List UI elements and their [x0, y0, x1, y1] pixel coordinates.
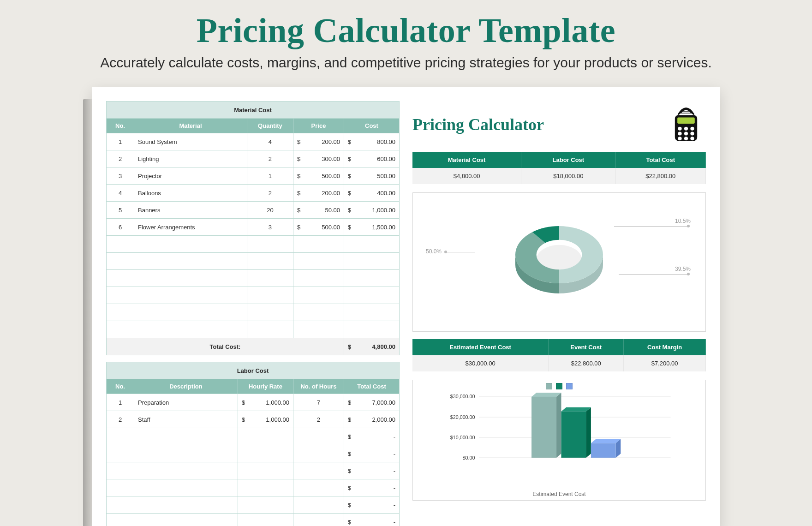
cell-no: 2: [107, 411, 134, 428]
cell-no: 2: [107, 150, 134, 167]
cell-price: $500.00: [293, 167, 344, 185]
cell-rate: $1,000.00: [238, 394, 293, 411]
svg-marker-22: [531, 393, 561, 397]
svg-point-10: [690, 137, 694, 140]
svg-point-6: [684, 132, 688, 135]
cell-material: Banners: [134, 202, 247, 219]
cell-cost: $800.00: [344, 133, 399, 150]
svg-rect-29: [591, 443, 616, 458]
cell-cost: $1,500.00: [344, 219, 399, 236]
svg-rect-1: [677, 118, 695, 124]
cell-cost: $600.00: [344, 150, 399, 167]
svg-marker-25: [561, 407, 591, 412]
kpi1-v-b: $18,000.00: [521, 168, 615, 184]
hero: Pricing Calculator Template Accurately c…: [0, 0, 812, 75]
cell-hours: 7: [293, 394, 344, 411]
labor-title: Labor Cost: [107, 362, 400, 379]
cell-no: 3: [107, 167, 134, 185]
kpi2-v-c: $7,200.00: [624, 355, 706, 371]
cell-qty: 3: [247, 219, 293, 236]
kpi1-h-b: Labor Cost: [521, 152, 615, 168]
col-material: Material: [134, 119, 247, 133]
brand-title: Pricing Calculator: [412, 115, 544, 134]
cell-no: 6: [107, 219, 134, 236]
cell-price: $200.00: [293, 133, 344, 150]
donut-chart: 50.0% 10.5% 39.5%: [412, 192, 706, 332]
table-row: 5Banners20$50.00$1,000.00: [107, 202, 400, 219]
cell-desc: Preparation: [134, 394, 238, 411]
table-row: 2Lighting2$300.00$600.00: [107, 150, 400, 167]
table-row: [107, 287, 400, 304]
table-row: [107, 236, 400, 253]
svg-text:$20,000.00: $20,000.00: [450, 414, 475, 420]
kpi2-h-c: Cost Margin: [624, 339, 706, 355]
table-row: 4Balloons2$200.00$400.00: [107, 185, 400, 202]
cell-desc: Staff: [134, 411, 238, 428]
cell-qty: 2: [247, 150, 293, 167]
donut-label-tr: 10.5%: [675, 218, 691, 224]
table-row: 3Projector1$500.00$500.00: [107, 167, 400, 185]
cell-total: $-: [344, 479, 399, 496]
svg-point-3: [684, 127, 688, 131]
cell-price: $300.00: [293, 150, 344, 167]
table-row: 1Sound System4$200.00$800.00: [107, 133, 400, 150]
cell-material: Flower Arrangements: [134, 219, 247, 236]
cell-material: Balloons: [134, 185, 247, 202]
kpi1-h-c: Total Cost: [615, 152, 705, 168]
kpi-event-summary: Estimated Event Cost Event Cost Cost Mar…: [412, 339, 706, 371]
svg-marker-24: [586, 407, 591, 458]
svg-marker-28: [591, 439, 621, 443]
table-row: $-: [107, 445, 400, 462]
svg-point-4: [690, 127, 694, 131]
kpi-cost-summary: Material Cost Labor Cost Total Cost $4,8…: [412, 152, 706, 184]
cell-material: Lighting: [134, 150, 247, 167]
col-qty: Quantity: [247, 119, 293, 133]
right-column: Pricing Calculator: [412, 101, 706, 526]
table-row: 6Flower Arrangements3$500.00$1,500.00: [107, 219, 400, 236]
table-row: [107, 321, 400, 338]
svg-point-8: [678, 137, 682, 140]
kpi2-h-b: Event Cost: [549, 339, 624, 355]
col-no: No.: [107, 119, 134, 133]
cell-price: $50.00: [293, 202, 344, 219]
table-row: [107, 304, 400, 321]
svg-point-9: [684, 137, 688, 140]
col-price: Price: [293, 119, 344, 133]
table-row: 1Preparation$1,000.007$7,000.00: [107, 394, 400, 411]
cell-qty: 1: [247, 167, 293, 185]
svg-marker-21: [556, 393, 561, 458]
svg-rect-23: [531, 397, 556, 458]
cell-cost: $400.00: [344, 185, 399, 202]
cell-qty: 20: [247, 202, 293, 219]
table-row: $-: [107, 462, 400, 479]
svg-rect-26: [561, 412, 586, 458]
cell-qty: 2: [247, 185, 293, 202]
cell-material: Sound System: [134, 133, 247, 150]
page-subtitle: Accurately calculate costs, margins, and…: [18, 55, 794, 71]
col-no: No.: [107, 379, 134, 394]
cell-total: $-: [344, 514, 399, 526]
table-row: 2Staff$1,000.002$2,000.00: [107, 411, 400, 428]
kpi2-h-a: Estimated Event Cost: [412, 339, 549, 355]
cell-cost: $1,000.00: [344, 202, 399, 219]
material-total-label: Total Cost:: [107, 338, 344, 355]
sheet: Material Cost No. Material Quantity Pric…: [92, 87, 720, 526]
cell-no: 5: [107, 202, 134, 219]
table-row: $-: [107, 496, 400, 514]
cell-qty: 4: [247, 133, 293, 150]
donut-label-br: 39.5%: [675, 266, 691, 272]
labor-cost-table: Labor Cost No. Description Hourly Rate N…: [106, 362, 400, 526]
cell-price: $500.00: [293, 219, 344, 236]
svg-text:$30,000.00: $30,000.00: [450, 394, 475, 399]
table-row: $-: [107, 479, 400, 496]
left-column: Material Cost No. Material Quantity Pric…: [106, 101, 400, 526]
material-cost-table: Material Cost No. Material Quantity Pric…: [106, 101, 400, 355]
kpi2-v-a: $30,000.00: [412, 355, 549, 371]
cell-total: $7,000.00: [344, 394, 399, 411]
table-row: [107, 253, 400, 270]
cell-rate: $1,000.00: [238, 411, 293, 428]
cell-total: $-: [344, 496, 399, 514]
table-row: $-: [107, 428, 400, 445]
col-total: Total Cost: [344, 379, 399, 394]
donut-label-left: 50.0%: [426, 248, 442, 255]
